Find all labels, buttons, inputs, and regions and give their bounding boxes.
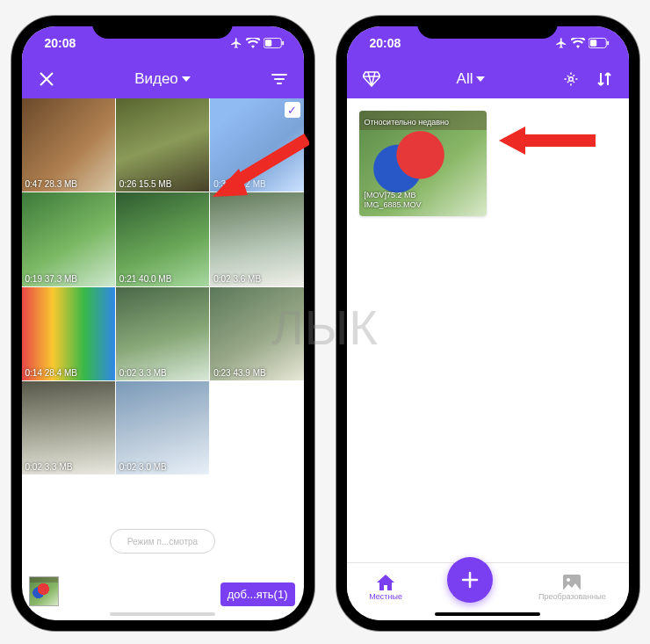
annotation-arrow — [195, 132, 309, 202]
svg-rect-4 — [589, 40, 596, 46]
add-button[interactable]: доб...ять(1) — [220, 582, 295, 606]
video-cell[interactable]: 0:02 3.0 MB — [116, 381, 209, 474]
clock: 20:08 — [45, 36, 76, 50]
video-cell[interactable]: 0:21 40.0 MB — [116, 192, 209, 286]
video-card[interactable]: Относительно недавно [MOV]75.2 MB IMG_68… — [359, 111, 487, 216]
video-cell[interactable]: 0:02 3.3 MB — [22, 381, 115, 474]
video-cell[interactable]: 0:47 28.3 MB — [22, 98, 115, 192]
chevron-down-icon — [476, 76, 485, 82]
settings-button[interactable] — [559, 67, 583, 91]
home-indicator — [435, 612, 540, 616]
nav-bar: All — [347, 60, 629, 98]
sort-button[interactable] — [592, 67, 617, 91]
wifi-icon — [246, 38, 260, 48]
video-cell[interactable]: 0:02 3.6 MB — [210, 192, 303, 286]
diamond-icon — [363, 71, 380, 87]
status-icons — [555, 37, 610, 49]
card-tag: Относительно недавно — [365, 118, 450, 127]
filter-icon — [271, 73, 287, 85]
home-indicator — [110, 612, 215, 616]
video-meta: 0:26 15.5 MB — [119, 179, 171, 189]
annotation-arrow — [492, 123, 597, 158]
card-size: [MOV]75.2 MB — [365, 191, 422, 201]
battery-icon — [589, 38, 610, 48]
plus-icon — [460, 570, 480, 590]
svg-rect-5 — [607, 41, 609, 46]
premium-button[interactable] — [359, 67, 384, 91]
svg-point-8 — [567, 578, 570, 582]
sort-icon — [597, 71, 611, 87]
video-cell[interactable]: 0:23 43.9 MB — [210, 287, 303, 380]
phone-left: 20:08 Видео 0:47 28.3 MB — [11, 16, 314, 631]
filter-button[interactable] — [267, 67, 292, 91]
notch — [417, 16, 558, 39]
status-icons — [230, 37, 285, 49]
image-icon — [563, 575, 581, 590]
video-cell[interactable]: 0:19 37.3 MB — [22, 192, 115, 286]
view-mode-hint: Режим п...смотра — [110, 529, 215, 554]
tab-label: Преобразованные — [538, 592, 606, 601]
close-icon — [39, 71, 54, 87]
close-button[interactable] — [34, 67, 59, 91]
wifi-icon — [571, 38, 585, 48]
video-meta: 0:23 43.9 MB — [213, 368, 265, 378]
home-icon — [377, 575, 394, 590]
video-cell[interactable]: 0:14 28.4 MB — [22, 287, 115, 380]
svg-rect-1 — [264, 40, 271, 46]
video-meta: 0:02 3.3 MB — [25, 462, 73, 472]
video-meta: 0:02 3.3 MB — [119, 368, 167, 378]
clock: 20:08 — [370, 36, 401, 50]
battery-icon — [264, 38, 285, 48]
fab-add[interactable] — [447, 557, 493, 603]
screen-right: 20:08 All — [347, 26, 629, 620]
nav-title-text: All — [457, 70, 473, 88]
svg-rect-2 — [282, 41, 284, 46]
nav-title-dropdown[interactable]: Видео — [59, 70, 267, 88]
airplane-icon — [230, 37, 242, 49]
video-cell[interactable]: 0:02 3.3 MB — [116, 287, 209, 380]
airplane-icon — [555, 37, 567, 49]
video-meta: 0:19 37.3 MB — [25, 274, 77, 284]
tab-local[interactable]: Местные — [369, 575, 402, 601]
video-meta: 0:47 28.3 MB — [25, 179, 77, 189]
nav-bar: Видео — [22, 60, 304, 98]
nav-title-text: Видео — [134, 70, 178, 88]
selection-thumbnail[interactable] — [29, 576, 59, 606]
video-meta: 0:14 28.4 MB — [25, 368, 77, 378]
check-icon: ✓ — [285, 102, 300, 118]
card-meta: [MOV]75.2 MB IMG_6885.MOV — [365, 191, 422, 211]
screen-left: 20:08 Видео 0:47 28.3 MB — [22, 26, 304, 620]
card-filename: IMG_6885.MOV — [365, 200, 422, 211]
notch — [92, 16, 233, 39]
video-meta: 0:21 40.0 MB — [119, 274, 171, 284]
svg-point-6 — [568, 77, 573, 82]
video-meta: 0:02 3.6 MB — [213, 274, 261, 284]
chevron-down-icon — [182, 76, 191, 82]
phone-right: 20:08 All — [336, 16, 639, 631]
nav-title-dropdown[interactable]: All — [384, 70, 559, 88]
video-meta: 0:02 3.0 MB — [119, 462, 167, 472]
tab-label: Местные — [369, 592, 402, 601]
tab-converted[interactable]: Преобразованные — [538, 575, 606, 601]
gear-icon — [563, 71, 579, 87]
card-thumbnail: Относительно недавно [MOV]75.2 MB IMG_68… — [359, 111, 487, 216]
